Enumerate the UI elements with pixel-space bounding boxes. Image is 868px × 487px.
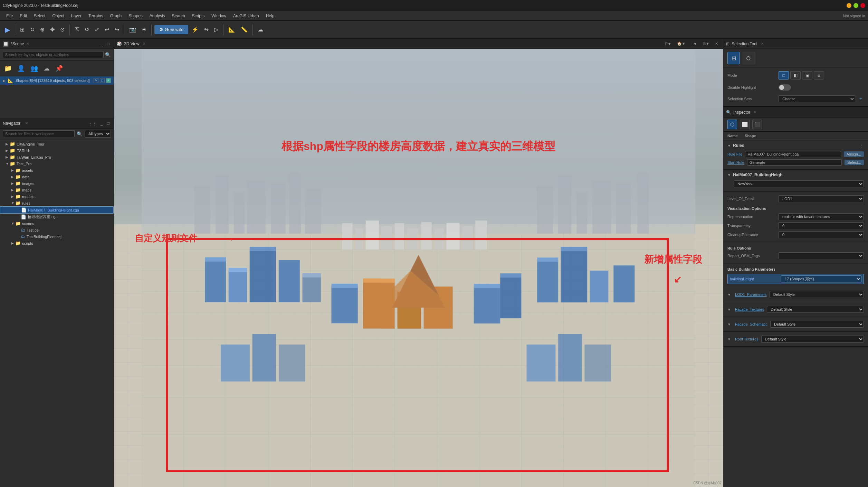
start-rule-input[interactable] — [747, 159, 842, 166]
tree-item-haima[interactable]: 📄 HaiMa007_BuildingHeight.cga — [0, 206, 114, 214]
close-button[interactable] — [860, 3, 865, 8]
rule-file-input[interactable] — [745, 151, 841, 157]
scene-minimize-btn[interactable]: _ — [99, 41, 104, 47]
tree-item-taiwan[interactable]: ▶ 📁 TaiWan_LinKou_Pro — [0, 154, 114, 160]
layer-row-shapes[interactable]: ▶ 📐 Shapes 郑州 [123619 objects, 503 selec… — [0, 76, 114, 85]
menu-scripts[interactable]: Scripts — [189, 12, 208, 20]
haima-value-select[interactable]: NewYork — [734, 180, 864, 187]
menu-search[interactable]: Search — [169, 12, 189, 20]
tree-item-assets[interactable]: ▶ 📁 assets — [0, 167, 114, 174]
layer-group-btn[interactable]: 👥 — [29, 63, 39, 74]
facade-textures-select[interactable]: Default Style — [767, 306, 864, 313]
walk-tool-btn[interactable]: ⊙ — [58, 25, 67, 34]
inspector-close[interactable]: ✕ — [754, 110, 756, 114]
minimize-button[interactable] — [847, 3, 851, 8]
facade-textures-label[interactable]: Facade_Textures — [735, 307, 764, 311]
selection-sets-dropdown[interactable]: Choose... — [779, 95, 855, 102]
selection-rect-icon[interactable]: ⊟ — [727, 52, 740, 64]
scale-tool-btn[interactable]: ⤢ — [93, 25, 101, 34]
viewport-close[interactable]: ✕ — [143, 42, 145, 46]
rule-file-label[interactable]: Rule File — [727, 152, 742, 156]
facade-schematic-label[interactable]: Facade_Schematic — [735, 322, 767, 326]
tree-item-scripts[interactable]: ▶ 📁 scripts — [0, 240, 114, 246]
add-layer-btn[interactable]: 📁 — [3, 63, 13, 74]
menu-analysis[interactable]: Analysis — [146, 12, 169, 20]
mode-btn-object[interactable]: ◧ — [790, 71, 801, 79]
tree-item-rules[interactable]: ▼ 📁 rules — [0, 200, 114, 206]
menu-file[interactable]: File — [3, 12, 16, 20]
redo-btn[interactable]: ↪ — [113, 25, 121, 34]
menu-window[interactable]: Window — [208, 12, 230, 20]
tree-item-images[interactable]: ▶ 📁 images — [0, 180, 114, 187]
disable-highlight-toggle[interactable] — [779, 84, 791, 91]
tree-item-data[interactable]: ▶ 📁 data — [0, 174, 114, 180]
navigator-close[interactable]: ✕ — [25, 121, 28, 125]
mode-btn-shape[interactable]: ▣ — [802, 71, 812, 79]
scene-search-input[interactable] — [3, 51, 104, 58]
menu-help[interactable]: Help — [263, 12, 278, 20]
assign-button[interactable]: Assign... — [844, 151, 864, 157]
menu-shapes[interactable]: Shapes — [125, 12, 146, 20]
tree-item-lüqu[interactable]: 📄 拾取楼层高度.cga — [0, 214, 114, 220]
menu-layer[interactable]: Layer — [68, 12, 85, 20]
viewport-ctrl-perspective[interactable]: P▼ — [663, 41, 673, 47]
viewport-ctrl-render[interactable]: □▼ — [689, 41, 699, 47]
viewport-ctrl-overlay[interactable]: ⊞▼ — [700, 41, 712, 47]
selection-sets-add-btn[interactable]: + — [858, 96, 864, 102]
generate-button[interactable]: ⚙ Generate — [154, 25, 188, 34]
light-btn[interactable]: ☀ — [140, 25, 149, 34]
viewport-ctrl-display[interactable]: 🏠▼ — [675, 41, 688, 47]
building-height-row[interactable]: buildingHeight 17 (Shapes 郑州) — [727, 274, 864, 284]
facade-schematic-select[interactable]: Default Style — [770, 321, 864, 328]
tree-item-models[interactable]: ▶ 📁 models — [0, 193, 114, 200]
inspector-shape-tab[interactable]: ⬡ — [727, 120, 737, 129]
nav-restore-btn[interactable]: _ — [99, 120, 104, 127]
menu-select[interactable]: Select — [30, 12, 49, 20]
nav-minimize-btn[interactable]: ⋮⋮ — [87, 120, 98, 127]
haima-section-header[interactable]: ▼ HaiMa007_BuildingHeigh — [727, 172, 864, 177]
roof-textures-label[interactable]: Roof Textures — [735, 337, 759, 341]
cloud-btn[interactable]: ☁ — [42, 63, 51, 74]
nav-type-filter[interactable]: All types — [85, 130, 111, 138]
weather-btn[interactable]: ☁ — [256, 25, 265, 34]
tree-item-scenes[interactable]: ▼ 📁 scenes — [0, 220, 114, 227]
undo-btn[interactable]: ↩ — [103, 25, 111, 34]
ruler-btn[interactable]: 📏 — [239, 25, 250, 34]
scene-maximize-btn[interactable]: □ — [106, 41, 111, 47]
tree-item-test-cej[interactable]: 🗂 Test.cej — [0, 227, 114, 233]
selection-lasso-icon[interactable] — [743, 52, 755, 64]
transparency-select[interactable]: 0 — [779, 222, 864, 229]
start-rule-label[interactable]: Start Rule — [727, 160, 744, 165]
orbit-tool-btn[interactable]: ↻ — [28, 25, 37, 34]
menu-graph[interactable]: Graph — [107, 12, 125, 20]
tree-item-testpro[interactable]: ▼ 📁 Test_Pro — [0, 160, 114, 167]
building-height-select[interactable]: 17 (Shapes 郑州) — [781, 275, 861, 282]
maximize-button[interactable] — [853, 3, 858, 8]
tree-item-maps[interactable]: ▶ 📁 maps — [0, 187, 114, 193]
cleanup-select[interactable]: 0 — [779, 231, 864, 238]
pan-tool-btn[interactable]: ✥ — [48, 25, 57, 34]
rules-section-header[interactable]: ▼ Rules ⋮ — [727, 143, 864, 148]
select-tool-btn[interactable]: ⊞ — [18, 25, 27, 34]
lod1-params-select[interactable]: Default Style — [770, 291, 864, 298]
tree-item-testbuildingfloor[interactable]: 🗂 TestBuildingFloor.cej — [0, 233, 114, 240]
bookmark-btn[interactable]: 📌 — [54, 63, 64, 74]
add-person-btn[interactable]: 👤 — [16, 63, 26, 74]
selection-tool-close[interactable]: ✕ — [761, 42, 764, 46]
report-osm-select[interactable] — [779, 252, 864, 259]
mode-btn-default[interactable]: □ — [779, 71, 789, 79]
edit-badge[interactable]: ✎ — [94, 78, 98, 83]
menu-arcgis[interactable]: ArcGIS Urban — [230, 12, 263, 20]
menu-terrains[interactable]: Terrains — [85, 12, 107, 20]
nav-search-input[interactable] — [3, 130, 75, 137]
active-badge[interactable]: ✓ — [106, 78, 111, 83]
representation-select[interactable]: realistic with facade textures — [779, 213, 864, 220]
rules-section-menu[interactable]: ⋮ — [860, 143, 864, 148]
move-tool-btn[interactable]: ⇱ — [73, 25, 81, 34]
measure-btn[interactable]: 📐 — [226, 25, 237, 34]
roof-textures-select[interactable]: Default Style — [761, 336, 864, 343]
cleanup-btn[interactable]: ↬ — [202, 25, 211, 34]
rotate-tool-btn[interactable]: ↺ — [83, 25, 91, 34]
scene-tab-close[interactable]: ✕ — [26, 42, 29, 46]
nav-maximize-btn[interactable]: □ — [106, 120, 111, 127]
